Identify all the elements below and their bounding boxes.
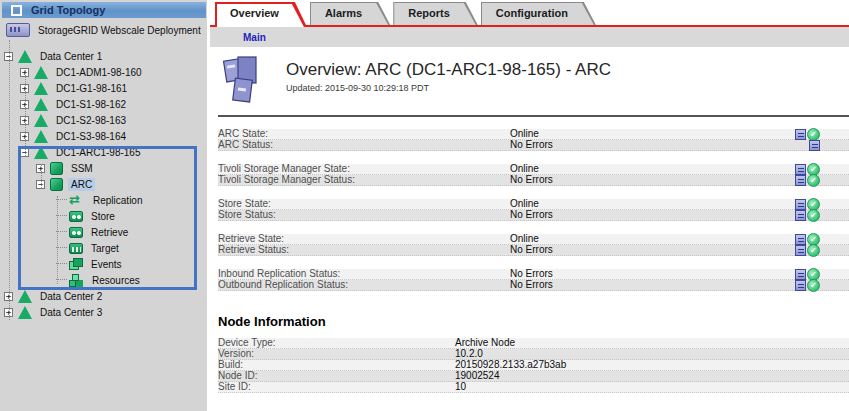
cone-icon bbox=[18, 50, 32, 63]
tree-item-data-center-2[interactable]: +Data Center 2 bbox=[0, 288, 207, 304]
tab-configuration[interactable]: Configuration bbox=[481, 2, 596, 25]
tab-overview[interactable]: Overview bbox=[215, 2, 307, 27]
report-chart-icon[interactable] bbox=[795, 210, 806, 221]
arrows-icon bbox=[69, 194, 85, 206]
tree-item-store[interactable]: Store bbox=[0, 208, 207, 224]
tree-item-label: StorageGRID Webscale Deployment bbox=[35, 24, 204, 37]
status-row-label: ARC Status: bbox=[218, 140, 510, 150]
status-ok-check-icon bbox=[807, 209, 820, 222]
page-updated-timestamp: Updated: 2015-09-30 10:29:18 PDT bbox=[286, 83, 611, 93]
tree-item-label: Data Center 1 bbox=[37, 50, 105, 63]
tree-item-replication[interactable]: Replication bbox=[0, 192, 207, 208]
report-chart-icon[interactable] bbox=[809, 140, 820, 151]
tree-item-label: DC1-S2-98-163 bbox=[53, 114, 129, 127]
tree-item-events[interactable]: Events bbox=[0, 256, 207, 272]
node-info-value: 10.2.0 bbox=[455, 349, 849, 359]
tree-item-label: DC1-S1-98-162 bbox=[53, 98, 129, 111]
node-info-label: Version: bbox=[218, 349, 455, 359]
node-info-row-device-type: Device Type:Archive Node bbox=[218, 338, 849, 349]
status-group: Store State:OnlineStore Status:No Errors bbox=[218, 199, 849, 221]
grid-topology-header: Grid Topology bbox=[2, 2, 206, 18]
tree-item-dc1-s3-98-164[interactable]: +DC1-S3-98-164 bbox=[0, 128, 207, 144]
tree-item-arc[interactable]: −ARC bbox=[0, 176, 207, 192]
status-row-value: Online bbox=[510, 234, 795, 244]
events-icon bbox=[69, 258, 83, 270]
tree-item-label: DC1-S3-98-164 bbox=[53, 130, 129, 143]
target-icon bbox=[69, 243, 83, 254]
status-ok-check-icon bbox=[807, 244, 820, 257]
report-chart-icon[interactable] bbox=[795, 199, 806, 210]
status-row-value: Online bbox=[510, 199, 795, 209]
tree-item-data-center-3[interactable]: +Data Center 3 bbox=[0, 304, 207, 320]
status-row-icons bbox=[795, 244, 849, 257]
tree-item-data-center-1[interactable]: −Data Center 1 bbox=[0, 48, 207, 64]
report-chart-icon[interactable] bbox=[795, 129, 806, 140]
tree-item-dc1-adm1-98-160[interactable]: +DC1-ADM1-98-160 bbox=[0, 64, 207, 80]
store-icon bbox=[69, 211, 83, 222]
status-row-value: No Errors bbox=[510, 175, 795, 185]
archive-node-icon bbox=[222, 55, 270, 105]
tree-item-label: Retrieve bbox=[88, 226, 131, 239]
node-info-table: Device Type:Archive NodeVersion:10.2.0Bu… bbox=[218, 338, 849, 393]
status-row-arc-status: ARC Status:No Errors bbox=[218, 140, 849, 151]
tree-item-dc1-s2-98-163[interactable]: +DC1-S2-98-163 bbox=[0, 112, 207, 128]
status-table: ARC State:OnlineARC Status:No ErrorsTivo… bbox=[218, 129, 849, 291]
tab-alarms[interactable]: Alarms bbox=[310, 2, 390, 25]
grid-topology-tree: StorageGRID Webscale Deployment−Data Cen… bbox=[0, 22, 207, 411]
report-chart-icon[interactable] bbox=[795, 175, 806, 186]
status-row-outbound-replication-status: Outbound Replication Status:No Errors bbox=[218, 280, 849, 291]
cone-icon bbox=[34, 146, 48, 159]
cone-icon bbox=[18, 306, 32, 319]
tree-item-retrieve[interactable]: Retrieve bbox=[0, 224, 207, 240]
storagegrid-window: Grid Topology StorageGRID Webscale Deplo… bbox=[0, 0, 849, 411]
tree-item-resources[interactable]: Resources bbox=[0, 272, 207, 288]
report-chart-icon[interactable] bbox=[795, 245, 806, 256]
tree-item-label: Store bbox=[88, 210, 118, 223]
tree-item-label: Resources bbox=[89, 274, 143, 287]
status-row-icons bbox=[795, 174, 849, 187]
tree-branch-line-dc1 bbox=[25, 70, 26, 156]
checkbox-square-icon[interactable] bbox=[11, 5, 22, 16]
node-info-value: Archive Node bbox=[455, 338, 849, 348]
node-info-label: Node ID: bbox=[218, 371, 455, 381]
status-row-label: Store State: bbox=[218, 199, 510, 209]
node-info-label: Device Type: bbox=[218, 338, 455, 348]
status-row-icons bbox=[795, 209, 849, 222]
page-header: Overview: ARC (DC1-ARC1-98-165) - ARC Up… bbox=[218, 55, 849, 105]
status-row-value: No Errors bbox=[510, 210, 795, 220]
cone-icon bbox=[34, 98, 48, 111]
tab-label: Reports bbox=[393, 2, 478, 19]
tree-item-label: Data Center 3 bbox=[37, 306, 105, 319]
retrieve-icon bbox=[69, 227, 83, 238]
node-info-row-node-id: Node ID:19002524 bbox=[218, 371, 849, 382]
node-info-row-build: Build:20150928.2133.a27b3ab bbox=[218, 360, 849, 371]
node-info-value: 20150928.2133.a27b3ab bbox=[455, 360, 849, 370]
node-info-label: Site ID: bbox=[218, 382, 455, 392]
tree-item-label: DC1-G1-98-161 bbox=[53, 82, 130, 95]
tree-item-ssm[interactable]: +SSM bbox=[0, 160, 207, 176]
tree-item-target[interactable]: Target bbox=[0, 240, 207, 256]
node-info-row-site-id: Site ID:10 bbox=[218, 382, 849, 393]
report-chart-icon[interactable] bbox=[795, 164, 806, 175]
node-info-value: 19002524 bbox=[455, 371, 849, 381]
report-chart-icon[interactable] bbox=[795, 234, 806, 245]
status-group: Tivoli Storage Manager State:OnlineTivol… bbox=[218, 164, 849, 186]
report-chart-icon[interactable] bbox=[795, 269, 806, 280]
tree-item-label: Target bbox=[88, 242, 122, 255]
tree-item-dc1-s1-98-162[interactable]: +DC1-S1-98-162 bbox=[0, 96, 207, 112]
cone-icon bbox=[34, 130, 48, 143]
tab-label: Overview bbox=[215, 2, 307, 19]
tree-item-storagegrid-webscale-deployment[interactable]: StorageGRID Webscale Deployment bbox=[0, 22, 207, 38]
tree-trunk-line bbox=[9, 40, 10, 320]
tab-list: OverviewAlarmsReportsConfiguration bbox=[215, 0, 599, 27]
status-row-label: Tivoli Storage Manager Status: bbox=[218, 175, 510, 185]
status-row-icons bbox=[795, 279, 849, 292]
report-chart-icon[interactable] bbox=[795, 280, 806, 291]
tab-reports[interactable]: Reports bbox=[393, 2, 478, 25]
status-row-label: Retrieve Status: bbox=[218, 245, 510, 255]
tree-item-dc1-arc1-98-165[interactable]: −DC1-ARC1-98-165 bbox=[0, 144, 207, 160]
overview-page: Overview: ARC (DC1-ARC1-98-165) - ARC Up… bbox=[210, 47, 849, 393]
breadcrumb-main-link[interactable]: Main bbox=[243, 32, 266, 43]
tree-item-dc1-g1-98-161[interactable]: +DC1-G1-98-161 bbox=[0, 80, 207, 96]
status-row-value: No Errors bbox=[510, 140, 809, 150]
